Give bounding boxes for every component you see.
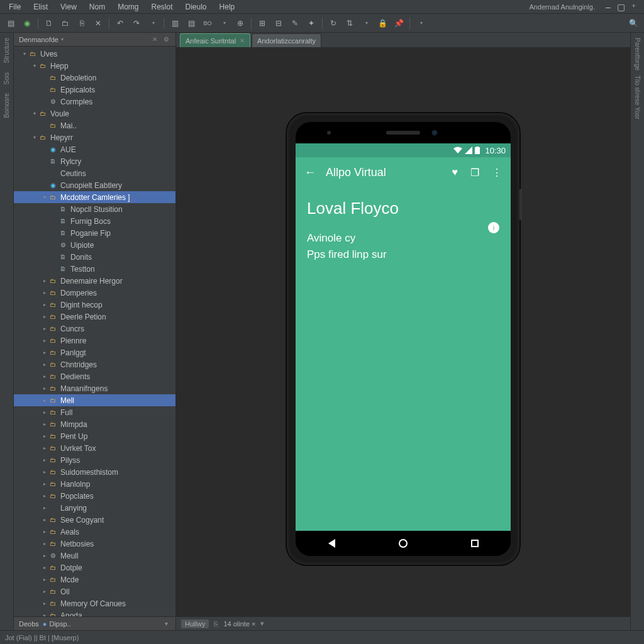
tree-node[interactable]: ▸🗀Dedients: [14, 370, 175, 382]
menu-momg[interactable]: Momg: [111, 1, 145, 13]
editor-tab[interactable]: Andorlatizccanralty: [252, 33, 321, 47]
close-tab-icon[interactable]: ✕: [240, 37, 245, 44]
tree-chevron-icon[interactable]: ▸: [42, 529, 48, 535]
close-icon[interactable]: ✕: [91, 16, 105, 30]
overflow-menu-icon[interactable]: ⋮: [492, 167, 502, 179]
tree-node[interactable]: ▸🗀Oll: [14, 586, 175, 597]
tree-node[interactable]: ▸🗀Deerle Petion: [14, 311, 175, 323]
tree-node[interactable]: ▾🗀Voule: [14, 108, 175, 119]
tree-node[interactable]: ▸🗀Uvrket Tox: [14, 442, 175, 454]
tree-node[interactable]: ▸🗀Mimpda: [14, 418, 175, 430]
tree-node[interactable]: 🗎Testton: [14, 263, 175, 275]
zoom-dropdown-icon[interactable]: [217, 16, 231, 30]
heart-icon[interactable]: ♥: [452, 167, 458, 179]
tree-node[interactable]: ▸🗀Mananifngens: [14, 382, 175, 394]
tree-chevron-icon[interactable]: ▸: [42, 326, 48, 331]
tree-chevron-icon[interactable]: ▸: [42, 457, 48, 463]
tree-chevron-icon[interactable]: ▸: [42, 517, 48, 523]
tree-node[interactable]: 🗎Poganie Fip: [14, 227, 175, 239]
menu-view[interactable]: View: [54, 1, 83, 13]
tree-node[interactable]: ▸🗀Domperies: [14, 287, 175, 299]
menu-reslot[interactable]: Reslot: [145, 1, 179, 13]
menu-icon[interactable]: ▤: [4, 16, 18, 30]
tree-node[interactable]: 🗀Eppicalots: [14, 84, 175, 96]
nav-recent-button[interactable]: [462, 531, 487, 556]
tree-node[interactable]: ▸🗀Aeals: [14, 526, 175, 538]
tree-node[interactable]: ▸🗀Panlggt: [14, 347, 175, 358]
tree-node[interactable]: ▸🗀Suidomesthistom: [14, 466, 175, 478]
right-tab-1[interactable]: Parentforge: [634, 35, 641, 73]
project-panel-header[interactable]: Denmanofde ▾ ✕ ⚙: [14, 33, 175, 47]
tree-node[interactable]: ▸🗀Memory Of Canues: [14, 597, 175, 609]
pin-icon[interactable]: 📌: [392, 16, 406, 30]
back-arrow-icon[interactable]: ←: [304, 166, 316, 179]
tree-chevron-icon[interactable]: ▸: [42, 362, 48, 367]
tree-chevron-icon[interactable]: ▸: [42, 290, 48, 296]
tree-chevron-icon[interactable]: ▾: [42, 194, 48, 200]
edit-icon[interactable]: ✎: [288, 16, 302, 30]
refresh-icon[interactable]: ↻: [326, 16, 340, 30]
undo-icon[interactable]: ↶: [113, 16, 127, 30]
nav-home-button[interactable]: [391, 531, 416, 556]
tree-chevron-icon[interactable]: ▸: [42, 601, 48, 606]
tree-node[interactable]: 🗀Mai..: [14, 119, 175, 131]
tree-chevron-icon[interactable]: ▸: [42, 421, 48, 427]
tree-node[interactable]: ▾🗀Hepyrr: [14, 131, 175, 143]
tree-node[interactable]: Ceutins: [14, 167, 175, 179]
layout2-icon[interactable]: ▤: [184, 16, 198, 30]
menu-help[interactable]: Help: [213, 1, 242, 13]
run-icon[interactable]: ◉: [20, 16, 34, 30]
tree-chevron-icon[interactable]: ▸: [42, 350, 48, 355]
copy-icon[interactable]: ❐: [470, 167, 479, 179]
tree-chevron-icon[interactable]: ▸: [42, 541, 48, 547]
project-tree[interactable]: ▾🗀Uves▾🗀Hepp🗀Deboletion🗀Eppicalots⚙Cormp…: [14, 47, 175, 616]
wand-icon[interactable]: ✦: [304, 16, 318, 30]
left-tab-build[interactable]: Boinosre: [3, 91, 10, 120]
left-tab-structure[interactable]: Structure: [3, 35, 10, 66]
tree-chevron-icon[interactable]: ▸: [42, 505, 48, 511]
more-icon[interactable]: ⁺: [629, 3, 638, 11]
grid2-icon[interactable]: ⊟: [272, 16, 286, 30]
history-dropdown-icon[interactable]: [146, 16, 160, 30]
tree-node[interactable]: ▸🗀Pent Up: [14, 430, 175, 442]
tree-node[interactable]: ▸🗀Dotple: [14, 562, 175, 574]
lock-icon[interactable]: 🔒: [375, 16, 389, 30]
tree-chevron-icon[interactable]: ▸: [42, 445, 48, 451]
tree-node[interactable]: 🗎Donits: [14, 251, 175, 263]
tree-chevron-icon[interactable]: ▸: [42, 302, 48, 308]
tree-node[interactable]: ▸🗀Anoda: [14, 609, 175, 616]
tree-chevron-icon[interactable]: ▸: [42, 553, 48, 558]
tree-chevron-icon[interactable]: ▸: [42, 386, 48, 391]
tree-node[interactable]: ▸🗀Mcde: [14, 574, 175, 586]
new-file-icon[interactable]: 🗋: [42, 16, 56, 30]
grid1-icon[interactable]: ⊞: [255, 16, 269, 30]
tree-node[interactable]: ▸🗀Cuncrs: [14, 323, 175, 335]
tree-node[interactable]: 🗎Nopcll Stusition: [14, 203, 175, 215]
tree-node[interactable]: ▸🗀Full: [14, 406, 175, 418]
info-badge-icon[interactable]: i: [488, 222, 499, 233]
tree-chevron-icon[interactable]: ▾: [31, 111, 38, 116]
tree-chevron-icon[interactable]: ▸: [42, 338, 48, 343]
tree-chevron-icon[interactable]: ▸: [42, 314, 48, 319]
folder-open-icon[interactable]: 🗀: [58, 16, 72, 30]
tree-node[interactable]: ▸🗀Chntridges: [14, 358, 175, 370]
redo-icon[interactable]: ↷: [130, 16, 143, 30]
sort-dropdown-icon[interactable]: [359, 16, 373, 30]
zoom-icon[interactable]: ⊕: [233, 16, 247, 30]
chevron-down-icon[interactable]: ▾: [162, 619, 170, 628]
clipboard-icon[interactable]: ⎘: [75, 16, 89, 30]
nav-back-button[interactable]: [319, 531, 344, 556]
tree-node[interactable]: ▸🗀Piennre: [14, 335, 175, 347]
tree-node[interactable]: ◉AUE: [14, 143, 175, 155]
final-dropdown-icon[interactable]: [414, 16, 428, 30]
bo-icon[interactable]: BO: [201, 16, 214, 30]
tree-node[interactable]: ▸🗀Mell: [14, 394, 175, 406]
left-tab-database[interactable]: Sois: [3, 70, 10, 87]
tree-chevron-icon[interactable]: ▸: [42, 577, 48, 582]
tree-chevron-icon[interactable]: ▾: [21, 51, 28, 57]
tree-node[interactable]: ▸🗀Hanlolnp: [14, 478, 175, 490]
chevron-down-icon[interactable]: ▾: [260, 619, 264, 628]
minimize-icon[interactable]: –: [604, 3, 613, 11]
menu-file[interactable]: File: [3, 1, 27, 13]
tree-node[interactable]: ▸Lanying: [14, 502, 175, 514]
